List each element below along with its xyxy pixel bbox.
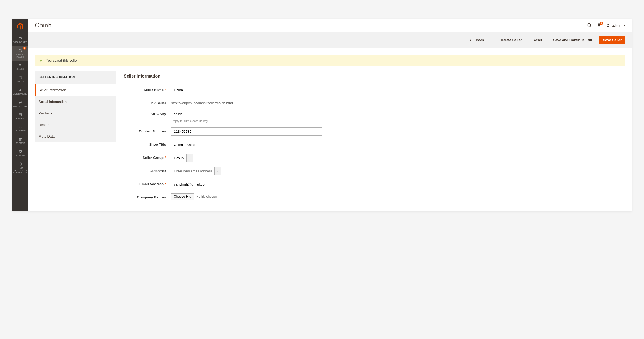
user-icon bbox=[606, 23, 610, 27]
tab-seller-information[interactable]: Seller Information bbox=[35, 84, 116, 96]
catalog-icon bbox=[18, 75, 23, 80]
reset-button[interactable]: Reset bbox=[529, 36, 546, 44]
label-company-banner: Company Banner bbox=[137, 195, 166, 199]
notifications-badge: 3 bbox=[600, 22, 603, 25]
partners-icon bbox=[18, 162, 23, 166]
marketplace-icon bbox=[18, 48, 23, 53]
url-key-input[interactable] bbox=[171, 110, 322, 118]
caret-down-icon bbox=[217, 170, 219, 172]
nav-marketplace[interactable]: 0 MARKET PLACE bbox=[12, 46, 28, 61]
search-icon bbox=[587, 23, 592, 28]
nav-reports[interactable]: REPORTS bbox=[12, 122, 28, 135]
label-seller-group: Seller Group bbox=[143, 156, 164, 160]
form-heading: Seller Information bbox=[124, 71, 625, 79]
success-text: You saved this seller. bbox=[46, 58, 79, 62]
nav-catalog[interactable]: CATALOG bbox=[12, 73, 28, 85]
nav-dashboard[interactable]: DASHBOARD bbox=[12, 34, 28, 46]
success-message: ✔ You saved this seller. bbox=[35, 55, 625, 66]
stores-icon bbox=[18, 137, 23, 141]
seller-form: Seller Information Seller Name* Link Sel… bbox=[124, 71, 625, 205]
nav-partners[interactable]: FIND PARTNERS & EXTENSIONS bbox=[12, 159, 28, 176]
nav-label: FIND PARTNERS & EXTENSIONS bbox=[13, 167, 28, 174]
nav-content[interactable]: CONTENT bbox=[12, 110, 28, 123]
tab-social-information[interactable]: Social Information bbox=[35, 96, 116, 107]
label-customer: Customer bbox=[150, 169, 166, 173]
sales-icon bbox=[18, 63, 23, 67]
required-mark: * bbox=[165, 156, 166, 160]
content-icon bbox=[18, 113, 23, 117]
tabs-heading: SELLER INFORMATION bbox=[35, 71, 116, 84]
nav-label: REPORTS bbox=[15, 130, 26, 132]
label-shop-title: Shop Title bbox=[149, 142, 166, 146]
seller-group-value[interactable] bbox=[171, 154, 186, 162]
page-header: Chinh 3 admin bbox=[28, 19, 632, 32]
dashboard-icon bbox=[18, 36, 23, 40]
reports-icon bbox=[18, 125, 23, 129]
nav-label: MARKETING bbox=[13, 105, 27, 108]
label-email: Email Address bbox=[139, 182, 164, 186]
save-seller-button[interactable]: Save Seller bbox=[599, 36, 625, 44]
save-continue-button[interactable]: Save and Continue Edit bbox=[549, 36, 596, 44]
delete-seller-button[interactable]: Delete Seller bbox=[497, 36, 526, 44]
nav-label: MARKET PLACE bbox=[13, 54, 28, 58]
back-button[interactable]: Back bbox=[466, 36, 488, 44]
customer-input[interactable] bbox=[171, 167, 214, 175]
page-title: Chinh bbox=[35, 22, 52, 29]
choose-file-button[interactable]: Choose File bbox=[171, 193, 194, 200]
tab-products[interactable]: Products bbox=[35, 107, 116, 119]
url-key-help: Empty to auto create url key bbox=[171, 119, 322, 123]
nav-sales[interactable]: SALES bbox=[12, 61, 28, 73]
nav-label: CATALOG bbox=[15, 81, 25, 83]
nav-label: SYSTEM bbox=[16, 155, 25, 157]
seller-group-caret[interactable] bbox=[186, 154, 193, 162]
marketing-icon bbox=[18, 100, 23, 104]
nav-system[interactable]: SYSTEM bbox=[12, 147, 28, 159]
section-tabs: SELLER INFORMATION Seller Information So… bbox=[35, 71, 116, 142]
admin-sidebar: DASHBOARD 0 MARKET PLACE SALES CATALOG C… bbox=[12, 19, 28, 211]
contact-number-input[interactable] bbox=[171, 127, 322, 136]
system-icon bbox=[18, 149, 23, 154]
nav-label: STORES bbox=[16, 142, 25, 145]
magento-logo[interactable] bbox=[12, 19, 28, 34]
user-label: admin bbox=[612, 23, 621, 27]
tab-design[interactable]: Design bbox=[35, 119, 116, 131]
tab-meta-data[interactable]: Meta Data bbox=[35, 131, 116, 142]
notifications-button[interactable]: 3 bbox=[597, 23, 601, 28]
arrow-left-icon bbox=[470, 39, 474, 41]
nav-customers[interactable]: CUSTOMERS bbox=[12, 85, 28, 98]
customer-caret[interactable] bbox=[214, 167, 221, 175]
label-url-key: URL Key bbox=[151, 112, 166, 116]
action-bar: Back Delete Seller Reset Save and Contin… bbox=[28, 32, 632, 48]
label-link-seller: Link Seller bbox=[148, 101, 166, 105]
required-mark: * bbox=[165, 182, 166, 186]
caret-down-icon bbox=[189, 157, 191, 159]
nav-label: CONTENT bbox=[15, 118, 26, 120]
shop-title-input[interactable] bbox=[171, 141, 322, 149]
nav-label: SALES bbox=[16, 68, 24, 71]
nav-stores[interactable]: STORES bbox=[12, 135, 28, 147]
file-status: No file chosen bbox=[196, 195, 217, 198]
user-menu[interactable]: admin bbox=[606, 23, 625, 27]
seller-group-select[interactable] bbox=[171, 154, 193, 162]
customers-icon bbox=[18, 88, 23, 92]
back-label: Back bbox=[476, 38, 484, 42]
nav-label: DASHBOARD bbox=[13, 41, 27, 44]
checkmark-icon: ✔ bbox=[40, 58, 43, 62]
nav-label: CUSTOMERS bbox=[13, 93, 27, 95]
required-mark: * bbox=[165, 88, 166, 92]
link-seller-value: http://webpos.localhost/seller/chinh.htm… bbox=[171, 99, 322, 105]
search-button[interactable] bbox=[587, 23, 592, 28]
label-contact-number: Contact Number bbox=[139, 129, 166, 133]
label-seller-name: Seller Name bbox=[144, 88, 164, 92]
email-input[interactable] bbox=[171, 180, 322, 188]
seller-name-input[interactable] bbox=[171, 86, 322, 94]
nav-marketing[interactable]: MARKETING bbox=[12, 98, 28, 110]
customer-combobox[interactable] bbox=[171, 167, 221, 175]
caret-down-icon bbox=[623, 24, 625, 27]
nav-badge: 0 bbox=[23, 47, 26, 50]
